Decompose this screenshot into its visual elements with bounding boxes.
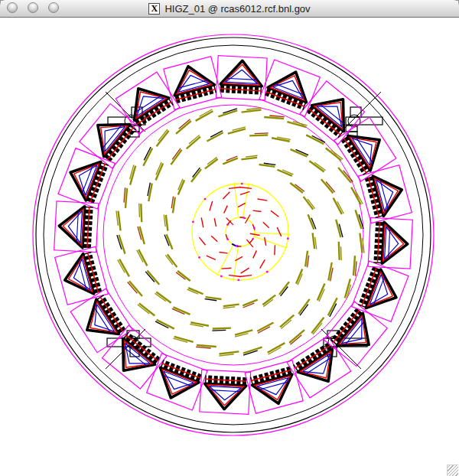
- detector-module: [164, 57, 222, 110]
- detector-module: [368, 217, 412, 269]
- beam-pipe: [221, 213, 260, 251]
- window-titlebar[interactable]: X HIGZ_01 @ rcas6012.rcf.bnl.gov: [0, 0, 459, 18]
- higz-canvas[interactable]: [0, 18, 459, 476]
- x11-icon: X: [148, 3, 160, 15]
- detector-module: [102, 325, 166, 389]
- window-controls: [7, 2, 59, 13]
- detector-module: [359, 165, 412, 223]
- close-button[interactable]: [7, 2, 18, 13]
- detector-module: [300, 81, 364, 145]
- red-dash-rings: [199, 187, 281, 276]
- zoom-button[interactable]: [48, 2, 59, 13]
- detector-module: [216, 56, 267, 100]
- higz-window: X HIGZ_01 @ rcas6012.rcf.bnl.gov: [0, 0, 459, 476]
- outer-circles: [33, 34, 434, 435]
- detector-drawing: [0, 18, 459, 476]
- detector-module: [55, 246, 109, 305]
- inner-tracker: [192, 182, 290, 281]
- detector-module: [245, 360, 303, 414]
- title-group: X HIGZ_01 @ rcas6012.rcf.bnl.gov: [148, 3, 310, 15]
- detector-module: [80, 103, 143, 168]
- minimize-button[interactable]: [28, 2, 38, 13]
- detector-module: [54, 201, 99, 253]
- detector-module: [200, 370, 251, 414]
- resize-grip[interactable]: [447, 465, 458, 476]
- window-title: HIGZ_01 @ rcas6012.rcf.bnl.gov: [164, 3, 310, 15]
